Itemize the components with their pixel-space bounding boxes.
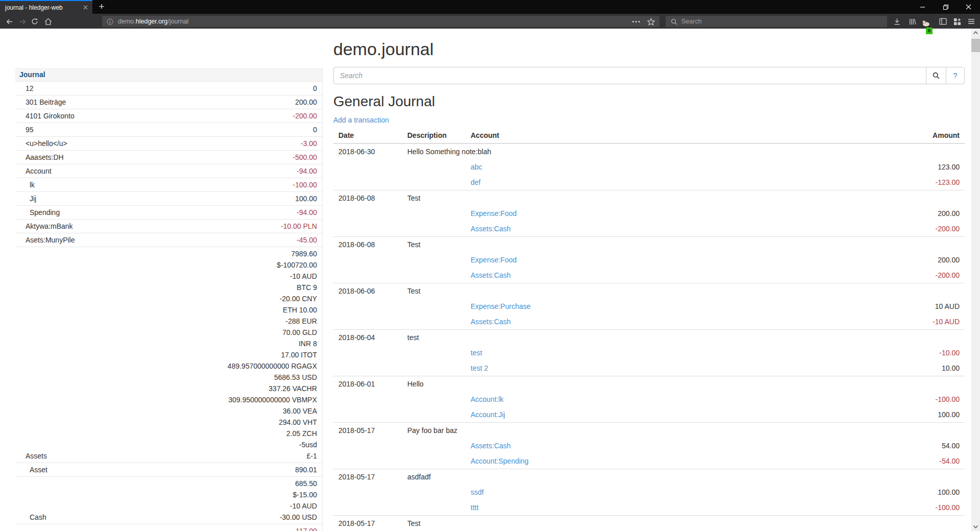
home-icon[interactable]	[42, 15, 54, 28]
transaction-description: Pay foo bar baz	[402, 423, 792, 439]
posting-account-link[interactable]: test	[471, 349, 482, 357]
account-link[interactable]: 4101 Girokonto	[26, 112, 75, 120]
account-link[interactable]: lk	[30, 181, 35, 189]
account-balance: -94.00	[141, 165, 317, 177]
url-path: /journal	[167, 18, 188, 25]
posting-indent-cell	[333, 268, 465, 283]
account-row: <u>hello</u>-3.00	[15, 137, 323, 151]
sidebar-header-amount-cell	[136, 68, 322, 82]
posting-account-link[interactable]: Assets:Cash	[471, 442, 511, 450]
reload-icon[interactable]	[29, 15, 41, 28]
posting-account-link[interactable]: Assets:Cash	[471, 225, 511, 233]
transaction-row: 2018-06-04test	[333, 330, 965, 346]
account-balance: -20.00 CNY	[141, 293, 317, 304]
posting-account-link[interactable]: test 2	[471, 364, 488, 372]
account-balance: 7989.60	[141, 248, 317, 259]
account-balance: 890.01	[141, 464, 317, 475]
account-link[interactable]: Cash	[30, 513, 46, 521]
account-balance-cell: 890.01	[136, 463, 322, 477]
posting-account-link[interactable]: Account:lk	[471, 395, 504, 403]
transaction-row: 2018-05-17Test	[333, 516, 965, 531]
journal-search-form: ?	[333, 67, 965, 84]
posting-account-link[interactable]: Assets:Cash	[471, 318, 511, 326]
account-link[interactable]: Asets:MunyPile	[26, 236, 75, 244]
posting-account-link[interactable]: tttt	[471, 503, 479, 512]
account-link[interactable]: 95	[26, 126, 34, 134]
posting-account-link[interactable]: Expense:Purchase	[471, 302, 531, 310]
account-link[interactable]: Account	[26, 167, 52, 175]
posting-row: Expense:Food200.00	[333, 206, 965, 221]
journal-search-button[interactable]	[926, 67, 946, 84]
account-link[interactable]: Asset	[30, 466, 47, 474]
new-tab-button[interactable]: +	[94, 0, 109, 14]
posting-account-link[interactable]: abc	[471, 163, 482, 171]
account-balance-cell: 7989.60$-100720.00-10 AUDBTC 9-20.00 CNY…	[136, 247, 322, 463]
sidebar-accounts-table: Journal 120301 Beiträge200.004101 Giroko…	[15, 68, 323, 531]
browser-search-field[interactable]: Search	[666, 16, 887, 27]
account-balance-cell: 0	[136, 123, 322, 137]
window-controls	[911, 0, 980, 14]
posting-account-link[interactable]: Assets:Cash	[471, 271, 511, 279]
download-icon[interactable]	[891, 16, 902, 27]
library-icon[interactable]	[906, 16, 918, 27]
extension-duck-icon[interactable]	[920, 17, 932, 29]
page-scrollbar[interactable]	[971, 29, 980, 531]
posting-account-link[interactable]: Expense:Food	[471, 256, 517, 264]
close-window-button[interactable]	[957, 0, 980, 14]
posting-account-link[interactable]: def	[471, 178, 480, 186]
account-link[interactable]: Aaasets:DH	[26, 153, 64, 161]
minimize-button[interactable]	[911, 0, 934, 14]
account-link[interactable]: Spending	[30, 208, 60, 216]
scroll-down-arrow-icon[interactable]	[971, 523, 980, 531]
page-actions-icon[interactable]: •••	[632, 18, 641, 25]
transaction-description: Test	[402, 516, 792, 531]
browser-tab[interactable]: journal - hledger-web	[0, 0, 92, 14]
account-row: Aaasets:DH-500.00	[15, 151, 323, 164]
posting-amount: 10.00	[792, 360, 965, 376]
posting-account-cell: Assets:Cash	[465, 268, 792, 283]
url-bar[interactable]: demo.hledger.org/journal •••	[102, 16, 659, 27]
account-link[interactable]: 301 Beiträge	[26, 98, 66, 106]
tab-close-icon[interactable]	[80, 3, 90, 13]
column-header-amount: Amount	[792, 128, 965, 143]
posting-account-link[interactable]: Account:Jij	[471, 411, 505, 419]
account-link[interactable]: Aktywa:mBank	[26, 222, 73, 230]
account-link[interactable]: 12	[26, 84, 34, 92]
posting-account-cell: Expense:Purchase	[465, 299, 792, 314]
account-name-cell: 4101 Girokonto	[15, 109, 136, 123]
posting-account-cell: Expense:Food	[465, 206, 792, 221]
scrollbar-thumb[interactable]	[971, 39, 980, 52]
url-prefix: demo.	[118, 18, 136, 25]
posting-account-cell: def	[465, 175, 792, 190]
account-balance: $-15.00	[141, 489, 317, 500]
add-transaction-link[interactable]: Add a transaction	[333, 116, 389, 124]
account-balance: ETH 10.00	[141, 304, 317, 316]
posting-row: Account:Spending-54.00	[333, 453, 965, 469]
account-balance-cell: -200.00	[136, 109, 322, 123]
account-link[interactable]: Jij	[30, 195, 36, 203]
account-name-cell: 12	[15, 82, 136, 95]
back-icon[interactable]	[3, 15, 15, 28]
account-balance: -500.00	[141, 152, 317, 163]
journal-search-input[interactable]	[333, 67, 926, 84]
account-balance: -10.00 PLN	[141, 221, 317, 232]
posting-account-link[interactable]: Expense:Food	[471, 209, 517, 218]
account-link[interactable]: <u>hello</u>	[26, 139, 67, 148]
sidebar-toggle-icon[interactable]	[937, 16, 948, 27]
account-balance: 2.05 ZCH	[141, 428, 317, 439]
posting-row: Account:lk-100.00	[333, 392, 965, 407]
journal-table: Date Description Account Amount 2018-06-…	[333, 128, 965, 531]
menu-hamburger-icon[interactable]	[966, 16, 977, 27]
scroll-up-arrow-icon[interactable]	[971, 29, 980, 37]
posting-account-cell: Expense:Food	[465, 252, 792, 268]
posting-account-link[interactable]: Account:Spending	[471, 457, 529, 465]
site-info-icon[interactable]	[107, 18, 113, 25]
restore-button[interactable]	[934, 0, 957, 14]
bookmark-star-icon[interactable]	[647, 18, 655, 26]
posting-account-link[interactable]: ssdf	[471, 488, 484, 496]
forward-icon[interactable]	[16, 15, 29, 28]
search-help-button[interactable]: ?	[946, 67, 965, 84]
account-link[interactable]: Assets	[26, 452, 47, 460]
apps-grid-plus-icon[interactable]	[951, 16, 963, 27]
journal-link[interactable]: Journal	[19, 70, 45, 79]
